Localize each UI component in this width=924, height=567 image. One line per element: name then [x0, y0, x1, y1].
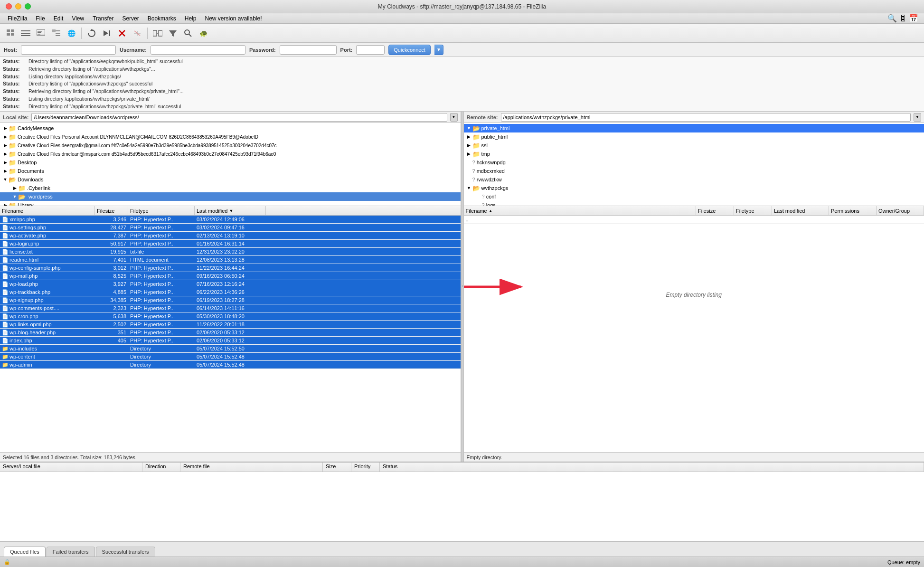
menu-file[interactable]: File — [32, 14, 48, 23]
host-input[interactable] — [21, 45, 116, 55]
file-row-wpmail[interactable]: 📄wp-mail.php 8,525 PHP: Hypertext P... 0… — [0, 272, 461, 280]
local-path-dropdown[interactable]: ▼ — [450, 113, 458, 122]
remote-path-input[interactable] — [501, 113, 911, 122]
remote-tree-item-rvwwdztkw[interactable]: ? rvwwdztkw — [464, 175, 924, 184]
transfer-col-direction: Direction — [142, 463, 180, 472]
process-queue-button[interactable] — [100, 27, 113, 40]
queue-toggle-button[interactable] — [19, 27, 32, 40]
local-tree[interactable]: ▶ 📁 CaddyMessage ▶ 📁 Creative Cloud File… — [0, 123, 461, 206]
svg-rect-4 — [21, 30, 30, 31]
file-row-wptrackback[interactable]: 📄wp-trackback.php 4,885 PHP: Hypertext P… — [0, 288, 461, 296]
remote-tree-item-tmp[interactable]: ▶ 📁 tmp — [464, 150, 924, 158]
local-col-filename[interactable]: Filename — [0, 206, 95, 215]
remote-tree-item-logs[interactable]: ? logs — [464, 201, 924, 206]
remote-tree-item-ssl[interactable]: ▶ 📁 ssl — [464, 141, 924, 150]
tree-item-creative1[interactable]: ▶ 📁 Creative Cloud Files Personal Accoun… — [0, 132, 461, 141]
filter-toggle-button[interactable] — [166, 27, 179, 40]
remote-col-filesize[interactable]: Filesize — [696, 206, 734, 215]
remote-dir-tree-button[interactable]: 🌐 — [65, 27, 78, 40]
remote-tree[interactable]: ▼ 📂 private_html ▶ 📁 public_html ▶ 📁 ssl… — [464, 123, 924, 206]
tree-item-creative3[interactable]: ▶ 📁 Creative Cloud Files dmclean@mspark.… — [0, 150, 461, 158]
tree-item-creative2[interactable]: ▶ 📁 Creative Cloud Files deezgrafix@gmai… — [0, 141, 461, 150]
traffic-lights[interactable] — [6, 3, 31, 9]
quickconnect-dropdown[interactable]: ▼ — [434, 45, 443, 55]
remote-col-filetype[interactable]: Filetype — [734, 206, 772, 215]
file-row-wpsignup[interactable]: 📄wp-signup.php 34,385 PHP: Hypertext P..… — [0, 296, 461, 304]
tree-item-wordpress[interactable]: ▼ 📂 wordpress — [0, 192, 461, 201]
site-manager-button[interactable] — [4, 27, 17, 40]
message-log-button[interactable] — [34, 27, 47, 40]
find-button[interactable] — [181, 27, 195, 40]
file-row-readme[interactable]: 📄readme.html 7,401 HTML document 12/08/2… — [0, 256, 461, 264]
menu-filezilla[interactable]: FileZilla — [4, 14, 31, 23]
file-row-wpadmin[interactable]: 📁wp-admin Directory 05/07/2024 15:52:48 — [0, 361, 461, 369]
svg-marker-26 — [169, 30, 177, 37]
menu-server[interactable]: Server — [118, 14, 142, 23]
tree-item-cyberlink[interactable]: ▶ 📁 .Cyberlink — [0, 184, 461, 192]
remote-col-permissions[interactable]: Permissions — [829, 206, 877, 215]
file-row-wpcomments[interactable]: 📄wp-comments-post.... 2,323 PHP: Hyperte… — [0, 304, 461, 312]
local-col-filetype[interactable]: Filetype — [128, 206, 195, 215]
local-col-filesize[interactable]: Filesize — [95, 206, 128, 215]
quickconnect-button[interactable]: Quickconnect — [388, 45, 431, 55]
close-button[interactable] — [6, 3, 12, 9]
password-input[interactable] — [280, 45, 337, 55]
dir-compare-button[interactable] — [151, 27, 164, 40]
tab-queued-files[interactable]: Queued files — [4, 547, 46, 557]
remote-path-bar: Remote site: ▼ — [464, 112, 924, 123]
file-row-wpcontent[interactable]: 📁wp-content Directory 05/07/2024 15:52:4… — [0, 353, 461, 361]
local-dir-tree-button[interactable] — [49, 27, 63, 40]
tree-item-downloads[interactable]: ▼ 📂 Downloads — [0, 175, 461, 184]
refresh-button[interactable] — [85, 27, 98, 40]
menu-bookmarks[interactable]: Bookmarks — [144, 14, 180, 23]
port-input[interactable] — [356, 45, 385, 55]
remote-col-filename[interactable]: Filename ▲ — [464, 206, 697, 215]
file-row-wpsettings[interactable]: 📄wp-settings.php 28,427 PHP: Hypertext P… — [0, 224, 461, 232]
local-site-label: Local site: — [3, 114, 28, 120]
file-row-wpload[interactable]: 📄wp-load.php 3,927 PHP: Hypertext P... 0… — [0, 280, 461, 288]
local-file-list-body[interactable]: 📄xmlrpc.php 3,246 PHP: Hypertext P... 03… — [0, 216, 461, 452]
local-path-input[interactable] — [31, 113, 447, 122]
file-row-wpcron[interactable]: 📄wp-cron.php 5,638 PHP: Hypertext P... 0… — [0, 312, 461, 321]
file-row-wpactivate[interactable]: 📄wp-activate.php 7,387 PHP: Hypertext P.… — [0, 232, 461, 240]
remote-tree-item-mdbcxrxked[interactable]: ? mdbcxrxked — [464, 167, 924, 175]
stop-button[interactable] — [115, 27, 129, 40]
menu-view[interactable]: View — [68, 14, 88, 23]
remote-col-ownergroup[interactable]: Owner/Group — [877, 206, 924, 215]
remote-file-list-body[interactable]: .. Empty directory listing — [464, 216, 924, 452]
port-label: Port: — [340, 47, 353, 53]
maximize-button[interactable] — [25, 3, 31, 9]
tree-item-desktop[interactable]: ▶ 📁 Desktop — [0, 158, 461, 167]
file-row-xmlrpc[interactable]: 📄xmlrpc.php 3,246 PHP: Hypertext P... 03… — [0, 216, 461, 224]
remote-col-modified[interactable]: Last modified — [772, 206, 829, 215]
speed-limits-button[interactable]: 🐢 — [197, 27, 210, 40]
file-row-wplogin[interactable]: 📄wp-login.php 50,917 PHP: Hypertext P...… — [0, 240, 461, 248]
transfer-col-priority: Priority — [351, 463, 380, 472]
remote-tree-item-conf[interactable]: ? conf — [464, 192, 924, 201]
menu-new-version[interactable]: New version available! — [201, 14, 265, 23]
file-row-wpincludes[interactable]: 📁wp-includes Directory 05/07/2024 15:52:… — [0, 345, 461, 353]
file-row-wplinks[interactable]: 📄wp-links-opml.php 2,502 PHP: Hypertext … — [0, 321, 461, 329]
minimize-button[interactable] — [15, 3, 21, 9]
tab-successful-transfers[interactable]: Successful transfers — [96, 547, 155, 557]
tab-failed-transfers[interactable]: Failed transfers — [47, 547, 95, 557]
username-input[interactable] — [151, 45, 245, 55]
menu-edit[interactable]: Edit — [50, 14, 67, 23]
remote-tree-item-hcknswndpg[interactable]: ? hcknswnpdg — [464, 158, 924, 167]
remote-path-dropdown[interactable]: ▼ — [914, 113, 921, 122]
menu-transfer[interactable]: Transfer — [89, 14, 117, 23]
tree-item-library[interactable]: ▶ 📁 Library — [0, 201, 461, 206]
remote-tree-item-public-html[interactable]: ▶ 📁 public_html — [464, 132, 924, 141]
tree-item-documents[interactable]: ▶ 📁 Documents — [0, 167, 461, 175]
file-row-license[interactable]: 📄license.txt 19,915 txt-file 12/31/2023 … — [0, 248, 461, 256]
menu-help[interactable]: Help — [181, 14, 200, 23]
tree-item-caddymessage[interactable]: ▶ 📁 CaddyMessage — [0, 124, 461, 132]
remote-tree-item-wvthzpckgs[interactable]: ▼ 📂 wvthzpckgs — [464, 184, 924, 192]
disconnect-button[interactable] — [131, 27, 144, 40]
local-col-modified[interactable]: Last modified ▼ — [195, 206, 266, 215]
remote-file-row-parent[interactable]: .. — [464, 216, 924, 224]
file-row-wpconfigsample[interactable]: 📄wp-config-sample.php 3,012 PHP: Hyperte… — [0, 264, 461, 272]
file-row-indexphp[interactable]: 📄index.php 405 PHP: Hypertext P... 02/06… — [0, 337, 461, 345]
remote-tree-item-private-html[interactable]: ▼ 📂 private_html — [464, 124, 924, 132]
file-row-wpblogheader[interactable]: 📄wp-blog-header.php 351 PHP: Hypertext P… — [0, 329, 461, 337]
